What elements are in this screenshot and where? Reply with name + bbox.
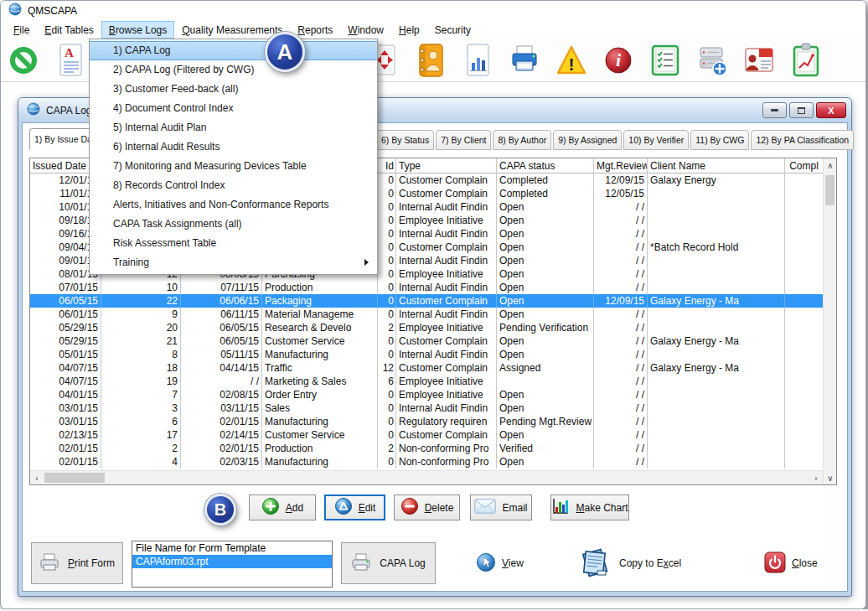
vertical-scroll-thumb[interactable] — [825, 175, 834, 205]
table-row[interactable]: 05/29/15 21 06/05/15 Customer Service 0 … — [30, 334, 823, 348]
scroll-up-icon[interactable]: ∧ — [824, 158, 837, 172]
column-header[interactable]: CAPA status — [497, 158, 594, 173]
scroll-right-icon[interactable]: › — [809, 471, 823, 484]
maximize-icon[interactable] — [789, 102, 814, 118]
form-template-list-item[interactable]: CAPAform03.rpt — [132, 555, 332, 568]
email-icon — [474, 499, 496, 516]
warning-icon[interactable]: ! — [555, 42, 587, 79]
table-row[interactable]: 06/01/15 9 06/11/15 Material Manageme 0 … — [30, 308, 823, 321]
menubar-item[interactable]: Help — [391, 21, 427, 39]
contact-card-icon[interactable] — [743, 42, 775, 79]
menu-item[interactable]: 4) Document Control Index — [90, 99, 377, 118]
view-icon — [476, 552, 496, 575]
menubar-item[interactable]: Window — [340, 21, 391, 39]
delete-icon — [400, 497, 419, 518]
make-chart-icon — [551, 497, 570, 518]
menu-item[interactable]: 2) CAPA Log (Filtered by CWG) — [90, 60, 377, 80]
form-template-list[interactable]: File Name for Form Template CAPAform03.r… — [132, 541, 333, 588]
copy-to-excel-icon — [578, 547, 613, 580]
table-row[interactable]: 05/29/15 20 06/05/15 Research & Develo 2… — [30, 321, 823, 334]
view-button[interactable]: View — [476, 546, 524, 580]
menu-item[interactable]: 5) Internal Audit Plan — [90, 118, 377, 137]
table-row[interactable]: 04/07/15 19 / / Marketing & Sales 6 Empl… — [30, 375, 823, 388]
delete-button[interactable]: Delete — [394, 494, 460, 520]
app-globe-icon — [8, 3, 22, 19]
table-row[interactable]: 02/01/15 4 02/03/15 Manufacturing 0 Non-… — [30, 455, 823, 469]
menu-item[interactable]: Training — [90, 253, 377, 272]
tab[interactable]: 7) By Client — [436, 130, 491, 150]
submenu-arrow-icon — [364, 259, 369, 266]
report-document-icon[interactable]: A — [54, 42, 86, 79]
info-icon[interactable]: i — [602, 42, 634, 79]
tab[interactable]: 10) By Verifier — [623, 130, 689, 150]
menubar-item[interactable]: Security — [427, 21, 478, 39]
svg-text:!: ! — [569, 54, 575, 74]
menubar-item[interactable]: Browse Logs — [101, 21, 174, 39]
column-header[interactable]: Compl — [785, 158, 823, 173]
app-titlebar: QMSCAPA — [1, 1, 865, 21]
tab[interactable]: 8) By Author — [493, 130, 551, 150]
checklist-icon[interactable] — [649, 42, 681, 79]
tab[interactable]: 9) By Assigned — [553, 130, 622, 150]
menu-item[interactable]: CAPA Task Assignments (all) — [90, 215, 377, 234]
print-icon — [39, 553, 59, 574]
horizontal-scroll-thumb[interactable] — [44, 473, 105, 483]
column-header[interactable]: Mgt.Review — [594, 158, 648, 173]
menubar-item[interactable]: File — [6, 21, 37, 39]
print-icon — [351, 553, 371, 574]
add-button[interactable]: Add — [249, 494, 316, 520]
close-button[interactable]: Close — [764, 546, 818, 580]
minimize-icon[interactable] — [762, 102, 787, 118]
edit-button[interactable]: Edit — [324, 494, 385, 520]
ban-icon[interactable] — [8, 42, 39, 79]
scroll-left-icon[interactable]: ‹ — [30, 471, 44, 484]
menubar-item[interactable]: Edit Tables — [37, 21, 101, 39]
table-row[interactable]: 02/13/15 17 02/14/15 Customer Service 0 … — [30, 428, 823, 442]
menu-item[interactable]: 7) Monitoring and Measuring Devices Tabl… — [90, 157, 377, 176]
annotation-badge-b: B — [204, 494, 236, 526]
table-row[interactable]: 04/07/15 18 04/14/15 Traffic 12 Customer… — [30, 361, 823, 375]
column-header[interactable]: Id — [378, 158, 396, 173]
menu-item[interactable]: Risk Assessment Table — [90, 234, 377, 253]
menu-item[interactable]: 1) CAPA Log — [90, 41, 377, 60]
table-row[interactable]: 07/01/15 10 07/11/15 Production 0 Intern… — [30, 281, 823, 294]
scroll-down-icon[interactable]: ∨ — [824, 471, 837, 484]
print-form-button[interactable]: Print Form — [31, 542, 123, 584]
window-globe-icon — [27, 102, 40, 119]
menu-item[interactable]: 3) Customer Feed-back (all) — [90, 80, 377, 99]
close-icon[interactable]: X — [816, 102, 846, 118]
clipboard-chart-icon[interactable] — [790, 42, 822, 79]
menu-item[interactable]: 6) Internal Audit Results — [90, 137, 377, 157]
table-row[interactable]: 05/01/15 8 05/11/15 Manufacturing 0 Inte… — [30, 348, 823, 361]
document-chart-icon[interactable] — [462, 42, 493, 79]
tab[interactable]: 6) By Status — [376, 130, 434, 150]
menu-item[interactable]: 8) Records Control Index — [90, 176, 377, 195]
form-template-list-header: File Name for Form Template — [132, 541, 332, 555]
table-row[interactable]: 02/01/15 2 02/01/15 Production 2 Non-con… — [30, 442, 823, 455]
capa-log-print-button[interactable]: CAPA Log — [341, 542, 436, 584]
menubar: File Edit Tables Browse Logs Quality Mea… — [1, 21, 865, 39]
table-row[interactable]: 06/05/15 22 06/06/15 Packaging 0 Custome… — [30, 294, 823, 308]
table-row[interactable]: 04/01/15 7 02/08/15 Order Entry 0 Employ… — [30, 388, 823, 401]
app-title: QMSCAPA — [28, 5, 77, 17]
make-chart-button[interactable]: Make Chart — [550, 494, 629, 520]
column-header[interactable]: Type — [396, 158, 497, 173]
horizontal-scrollbar[interactable]: ‹ › — [30, 470, 823, 484]
table-row[interactable]: 03/01/15 6 02/01/15 Manufacturing 0 Regu… — [30, 415, 823, 428]
menu-item[interactable]: Alerts, Initiatives and Non-Conformance … — [90, 195, 377, 215]
vertical-scrollbar[interactable]: ∧ ∨ — [823, 158, 836, 484]
printer-icon[interactable] — [509, 42, 540, 79]
tab-strip-right: 6) By Status 7) By Client 8) By Author 9… — [375, 130, 854, 150]
svg-text:A: A — [65, 46, 74, 60]
tab[interactable]: 11) By CWG — [690, 130, 749, 150]
tab[interactable]: 12) By PA Classification — [751, 130, 854, 150]
copy-to-excel-button[interactable]: Copy to Excel — [578, 546, 681, 580]
svg-text:i: i — [616, 49, 622, 70]
table-row[interactable]: 03/01/15 3 03/11/15 Sales 0 Internal Aud… — [30, 401, 823, 415]
database-add-icon[interactable] — [696, 42, 728, 79]
email-button[interactable]: Email — [470, 494, 532, 520]
address-book-icon[interactable] — [415, 42, 447, 79]
browse-logs-menu: 1) CAPA Log 2) CAPA Log (Filtered by CWG… — [89, 39, 378, 275]
column-header[interactable]: Client Name — [648, 158, 785, 173]
edit-icon — [334, 497, 353, 518]
